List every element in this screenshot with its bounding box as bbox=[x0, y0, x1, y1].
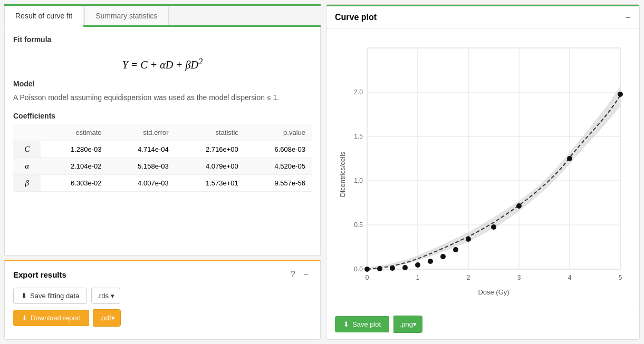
export-panel: Export results ? − ⬇ Save fitting data .… bbox=[4, 260, 321, 340]
data-point bbox=[402, 265, 408, 270]
save-plot-label: Save plot bbox=[352, 320, 381, 328]
col-header-pvalue: p.value bbox=[245, 124, 312, 141]
coeff-label: β bbox=[13, 174, 41, 191]
coefficients-table: estimate std.error statistic p.value C 1… bbox=[13, 124, 312, 192]
data-point bbox=[516, 203, 522, 209]
save-fitting-row: ⬇ Save fitting data .rds ▾ bbox=[13, 288, 312, 304]
chevron-down-icon-2: ▾ bbox=[111, 314, 115, 322]
coeff-label: α bbox=[13, 158, 41, 174]
coeff-pvalue: 6.608e-03 bbox=[245, 141, 312, 158]
coeff-pvalue: 4.520e-05 bbox=[245, 158, 312, 174]
svg-text:Dose (Gy): Dose (Gy) bbox=[478, 288, 509, 296]
coefficients-title: Coefficients bbox=[13, 112, 312, 120]
data-point bbox=[618, 92, 623, 97]
chart-area: Dicentrics/cells 0.0 0.5 1.0 1.5 2.0 bbox=[326, 29, 639, 309]
fit-formula-title: Fit formula bbox=[13, 35, 312, 44]
coeff-estimate: 6.303e-02 bbox=[41, 174, 108, 191]
svg-text:2.0: 2.0 bbox=[354, 89, 363, 96]
data-point bbox=[390, 266, 395, 271]
coeff-label: C bbox=[13, 141, 41, 158]
coeff-estimate: 1.280e-03 bbox=[41, 141, 108, 158]
export-help-button[interactable]: ? bbox=[287, 269, 299, 280]
export-controls: ? − bbox=[287, 269, 312, 280]
svg-text:0.0: 0.0 bbox=[354, 266, 363, 273]
download-report-label: Download report bbox=[31, 314, 81, 322]
data-point bbox=[415, 262, 420, 268]
svg-text:4: 4 bbox=[568, 274, 571, 281]
data-point bbox=[466, 237, 471, 242]
svg-text:5: 5 bbox=[618, 274, 622, 281]
data-point bbox=[491, 224, 496, 230]
col-header-std-error: std.error bbox=[108, 124, 175, 141]
tab-summary-statistics[interactable]: Summary statistics bbox=[84, 6, 168, 25]
svg-text:3: 3 bbox=[517, 274, 521, 281]
table-row: β 6.303e-02 4.007e-03 1.573e+01 9.557e-5… bbox=[13, 174, 312, 191]
coeff-estimate: 2.104e-02 bbox=[41, 158, 108, 174]
svg-text:1: 1 bbox=[416, 274, 419, 281]
data-point bbox=[377, 266, 382, 271]
save-fitting-label: Save fitting data bbox=[30, 292, 79, 300]
coeff-std-error: 5.158e-03 bbox=[108, 158, 175, 174]
data-point bbox=[440, 254, 446, 259]
export-minimize-button[interactable]: − bbox=[301, 269, 312, 280]
svg-rect-1 bbox=[367, 48, 620, 269]
data-point bbox=[567, 156, 572, 161]
download-icon-plot: ⬇ bbox=[343, 320, 349, 328]
tab-bar: Result of curve fit Summary statistics bbox=[4, 6, 321, 27]
svg-text:1.5: 1.5 bbox=[354, 133, 363, 140]
model-description: A Poisson model assuming equidispersion … bbox=[13, 92, 312, 103]
data-point bbox=[428, 259, 433, 264]
chevron-down-icon-plot: ▾ bbox=[413, 320, 417, 328]
results-card: Fit formula Y = C + αD + βD2 Model A Poi… bbox=[4, 27, 321, 255]
col-header-label bbox=[13, 124, 41, 141]
curve-plot-title: Curve plot bbox=[335, 13, 377, 22]
save-plot-format-label: .png bbox=[399, 320, 413, 328]
coeff-std-error: 4.714e-04 bbox=[108, 141, 175, 158]
svg-text:0.5: 0.5 bbox=[354, 221, 363, 229]
export-header: Export results ? − bbox=[13, 269, 312, 280]
save-plot-format-dropdown[interactable]: .png ▾ bbox=[393, 316, 422, 333]
svg-text:Dicentrics/cells: Dicentrics/cells bbox=[339, 151, 347, 197]
col-header-statistic: statistic bbox=[175, 124, 245, 141]
coeff-statistic: 2.716e+00 bbox=[175, 141, 245, 158]
col-header-estimate: estimate bbox=[41, 124, 108, 141]
coeff-pvalue: 9.557e-56 bbox=[245, 174, 312, 191]
coeff-statistic: 1.573e+01 bbox=[175, 174, 245, 191]
data-point bbox=[364, 267, 370, 272]
chart-bottom-bar: ⬇ Save plot .png ▾ bbox=[326, 309, 639, 339]
svg-text:0: 0 bbox=[365, 274, 369, 281]
coeff-statistic: 4.079e+00 bbox=[175, 158, 245, 174]
curve-plot-minimize-button[interactable]: − bbox=[625, 13, 631, 22]
save-fitting-button[interactable]: ⬇ Save fitting data bbox=[13, 288, 87, 304]
coeff-std-error: 4.007e-03 bbox=[108, 174, 175, 191]
save-format-label: .rds bbox=[97, 292, 109, 300]
save-plot-button[interactable]: ⬇ Save plot bbox=[335, 316, 389, 332]
curve-chart: Dicentrics/cells 0.0 0.5 1.0 1.5 2.0 bbox=[335, 37, 631, 301]
export-title: Export results bbox=[13, 270, 66, 279]
download-icon: ⬇ bbox=[21, 292, 27, 300]
table-row: α 2.104e-02 5.158e-03 4.079e+00 4.520e-0… bbox=[13, 158, 312, 174]
curve-plot-header: Curve plot − bbox=[326, 6, 639, 29]
download-report-row: ⬇ Download report .pdf ▾ bbox=[13, 309, 312, 327]
download-format-label: .pdf bbox=[99, 314, 111, 322]
download-icon-2: ⬇ bbox=[22, 314, 27, 322]
svg-text:1.0: 1.0 bbox=[354, 177, 363, 184]
formula-display: Y = C + αD + βD2 bbox=[13, 48, 312, 80]
table-row: C 1.280e-03 4.714e-04 2.716e+00 6.608e-0… bbox=[13, 141, 312, 158]
svg-text:2: 2 bbox=[466, 274, 470, 281]
curve-plot-panel: Curve plot − Dicentrics/cells 0.0 0. bbox=[326, 4, 640, 340]
chevron-down-icon: ▾ bbox=[111, 292, 114, 300]
data-point bbox=[453, 247, 458, 252]
model-title: Model bbox=[13, 80, 312, 88]
download-format-dropdown[interactable]: .pdf ▾ bbox=[93, 309, 120, 327]
download-report-button[interactable]: ⬇ Download report bbox=[13, 310, 89, 326]
save-format-dropdown[interactable]: .rds ▾ bbox=[91, 288, 120, 304]
tab-result-curve-fit[interactable]: Result of curve fit bbox=[4, 6, 83, 27]
